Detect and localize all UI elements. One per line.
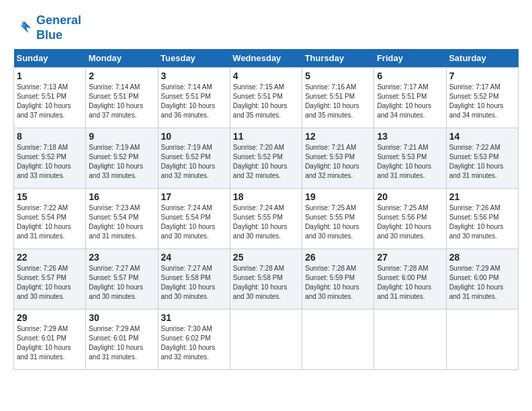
day-cell-23: 23Sunrise: 7:27 AMSunset: 5:57 PMDayligh… — [86, 249, 158, 310]
day-number-22: 22 — [17, 252, 83, 263]
day-info-5: Sunrise: 7:16 AMSunset: 5:51 PMDaylight:… — [305, 83, 371, 120]
empty-cell-4-6 — [446, 310, 518, 370]
day-cell-22: 22Sunrise: 7:26 AMSunset: 5:57 PMDayligh… — [14, 249, 86, 310]
day-number-4: 4 — [233, 71, 299, 81]
day-info-3: Sunrise: 7:14 AMSunset: 5:51 PMDaylight:… — [161, 83, 227, 120]
day-number-10: 10 — [161, 131, 227, 142]
day-number-28: 28 — [449, 252, 515, 263]
header-wednesday: Wednesday — [230, 49, 302, 68]
day-number-13: 13 — [377, 131, 443, 142]
day-cell-24: 24Sunrise: 7:27 AMSunset: 5:58 PMDayligh… — [158, 249, 230, 310]
day-number-14: 14 — [449, 131, 515, 142]
day-info-16: Sunrise: 7:23 AMSunset: 5:54 PMDaylight:… — [89, 203, 154, 241]
day-info-17: Sunrise: 7:24 AMSunset: 5:54 PMDaylight:… — [161, 203, 227, 241]
day-cell-15: 15Sunrise: 7:22 AMSunset: 5:54 PMDayligh… — [14, 189, 86, 249]
day-info-20: Sunrise: 7:25 AMSunset: 5:56 PMDaylight:… — [377, 203, 443, 241]
day-number-9: 9 — [89, 131, 154, 142]
day-info-22: Sunrise: 7:26 AMSunset: 5:57 PMDaylight:… — [17, 264, 83, 302]
day-number-25: 25 — [233, 252, 299, 263]
day-number-6: 6 — [377, 71, 443, 81]
header-friday: Friday — [374, 49, 446, 68]
day-cell-9: 9Sunrise: 7:19 AMSunset: 5:52 PMDaylight… — [86, 128, 158, 189]
day-cell-19: 19Sunrise: 7:25 AMSunset: 5:55 PMDayligh… — [302, 189, 374, 249]
day-cell-18: 18Sunrise: 7:24 AMSunset: 5:55 PMDayligh… — [230, 189, 302, 249]
header-thursday: Thursday — [302, 49, 374, 68]
logo: General Blue — [13, 13, 81, 42]
day-info-18: Sunrise: 7:24 AMSunset: 5:55 PMDaylight:… — [233, 203, 299, 241]
day-info-27: Sunrise: 7:28 AMSunset: 6:00 PMDaylight:… — [377, 264, 443, 302]
calendar: SundayMondayTuesdayWednesdayThursdayFrid… — [13, 49, 519, 370]
day-number-24: 24 — [161, 252, 227, 263]
day-number-1: 1 — [17, 71, 83, 81]
day-cell-7: 7Sunrise: 7:17 AMSunset: 5:52 PMDaylight… — [446, 68, 518, 128]
day-cell-4: 4Sunrise: 7:15 AMSunset: 5:51 PMDaylight… — [230, 68, 302, 128]
day-cell-13: 13Sunrise: 7:21 AMSunset: 5:53 PMDayligh… — [374, 128, 446, 189]
day-number-30: 30 — [89, 312, 154, 323]
day-info-26: Sunrise: 7:28 AMSunset: 5:59 PMDaylight:… — [305, 264, 371, 302]
day-cell-21: 21Sunrise: 7:26 AMSunset: 5:56 PMDayligh… — [446, 189, 518, 249]
day-number-16: 16 — [89, 191, 154, 202]
day-cell-28: 28Sunrise: 7:29 AMSunset: 6:00 PMDayligh… — [446, 249, 518, 310]
day-info-12: Sunrise: 7:21 AMSunset: 5:53 PMDaylight:… — [305, 143, 371, 181]
day-number-12: 12 — [305, 131, 371, 142]
day-number-8: 8 — [17, 131, 83, 142]
day-number-3: 3 — [161, 71, 227, 81]
day-info-13: Sunrise: 7:21 AMSunset: 5:53 PMDaylight:… — [377, 143, 443, 181]
day-cell-5: 5Sunrise: 7:16 AMSunset: 5:51 PMDaylight… — [302, 68, 374, 128]
day-info-4: Sunrise: 7:15 AMSunset: 5:51 PMDaylight:… — [233, 83, 299, 120]
header-tuesday: Tuesday — [158, 49, 230, 68]
day-number-15: 15 — [17, 191, 83, 202]
day-cell-26: 26Sunrise: 7:28 AMSunset: 5:59 PMDayligh… — [302, 249, 374, 310]
day-info-29: Sunrise: 7:29 AMSunset: 6:01 PMDaylight:… — [17, 324, 83, 362]
day-cell-11: 11Sunrise: 7:20 AMSunset: 5:52 PMDayligh… — [230, 128, 302, 189]
logo-icon — [13, 18, 34, 38]
empty-cell-4-5 — [374, 310, 446, 370]
weekday-header-row: SundayMondayTuesdayWednesdayThursdayFrid… — [14, 49, 519, 68]
day-number-27: 27 — [377, 252, 443, 263]
day-cell-31: 31Sunrise: 7:30 AMSunset: 6:02 PMDayligh… — [158, 310, 230, 370]
week-row-2: 8Sunrise: 7:18 AMSunset: 5:52 PMDaylight… — [14, 128, 519, 189]
day-info-2: Sunrise: 7:14 AMSunset: 5:51 PMDaylight:… — [89, 83, 154, 120]
day-number-2: 2 — [89, 71, 154, 81]
empty-cell-4-3 — [230, 310, 302, 370]
day-cell-8: 8Sunrise: 7:18 AMSunset: 5:52 PMDaylight… — [14, 128, 86, 189]
day-number-29: 29 — [17, 312, 83, 323]
header-sunday: Sunday — [14, 49, 86, 68]
day-cell-1: 1Sunrise: 7:13 AMSunset: 5:51 PMDaylight… — [14, 68, 86, 128]
day-info-14: Sunrise: 7:22 AMSunset: 5:53 PMDaylight:… — [449, 143, 515, 181]
day-info-30: Sunrise: 7:29 AMSunset: 6:01 PMDaylight:… — [89, 324, 154, 362]
day-cell-30: 30Sunrise: 7:29 AMSunset: 6:01 PMDayligh… — [86, 310, 158, 370]
day-number-26: 26 — [305, 252, 371, 263]
day-cell-14: 14Sunrise: 7:22 AMSunset: 5:53 PMDayligh… — [446, 128, 518, 189]
day-cell-6: 6Sunrise: 7:17 AMSunset: 5:51 PMDaylight… — [374, 68, 446, 128]
day-info-9: Sunrise: 7:19 AMSunset: 5:52 PMDaylight:… — [89, 143, 154, 181]
day-cell-17: 17Sunrise: 7:24 AMSunset: 5:54 PMDayligh… — [158, 189, 230, 249]
day-info-19: Sunrise: 7:25 AMSunset: 5:55 PMDaylight:… — [305, 203, 371, 241]
day-info-1: Sunrise: 7:13 AMSunset: 5:51 PMDaylight:… — [17, 83, 83, 120]
day-cell-3: 3Sunrise: 7:14 AMSunset: 5:51 PMDaylight… — [158, 68, 230, 128]
day-cell-12: 12Sunrise: 7:21 AMSunset: 5:53 PMDayligh… — [302, 128, 374, 189]
week-row-4: 22Sunrise: 7:26 AMSunset: 5:57 PMDayligh… — [14, 249, 519, 310]
day-cell-2: 2Sunrise: 7:14 AMSunset: 5:51 PMDaylight… — [86, 68, 158, 128]
day-cell-20: 20Sunrise: 7:25 AMSunset: 5:56 PMDayligh… — [374, 189, 446, 249]
day-number-19: 19 — [305, 191, 371, 202]
day-number-17: 17 — [161, 191, 227, 202]
day-info-8: Sunrise: 7:18 AMSunset: 5:52 PMDaylight:… — [17, 143, 83, 181]
day-info-24: Sunrise: 7:27 AMSunset: 5:58 PMDaylight:… — [161, 264, 227, 302]
day-number-23: 23 — [89, 252, 154, 263]
day-info-6: Sunrise: 7:17 AMSunset: 5:51 PMDaylight:… — [377, 83, 443, 120]
day-number-7: 7 — [449, 71, 515, 81]
day-number-21: 21 — [449, 191, 515, 202]
week-row-5: 29Sunrise: 7:29 AMSunset: 6:01 PMDayligh… — [14, 310, 519, 370]
day-info-7: Sunrise: 7:17 AMSunset: 5:52 PMDaylight:… — [449, 83, 515, 120]
day-cell-29: 29Sunrise: 7:29 AMSunset: 6:01 PMDayligh… — [14, 310, 86, 370]
day-number-31: 31 — [161, 312, 227, 323]
logo-text: General Blue — [36, 13, 81, 42]
day-number-5: 5 — [305, 71, 371, 81]
day-info-11: Sunrise: 7:20 AMSunset: 5:52 PMDaylight:… — [233, 143, 299, 181]
day-info-28: Sunrise: 7:29 AMSunset: 6:00 PMDaylight:… — [449, 264, 515, 302]
day-info-10: Sunrise: 7:19 AMSunset: 5:52 PMDaylight:… — [161, 143, 227, 181]
day-info-31: Sunrise: 7:30 AMSunset: 6:02 PMDaylight:… — [161, 324, 227, 362]
day-cell-27: 27Sunrise: 7:28 AMSunset: 6:00 PMDayligh… — [374, 249, 446, 310]
header-monday: Monday — [86, 49, 158, 68]
